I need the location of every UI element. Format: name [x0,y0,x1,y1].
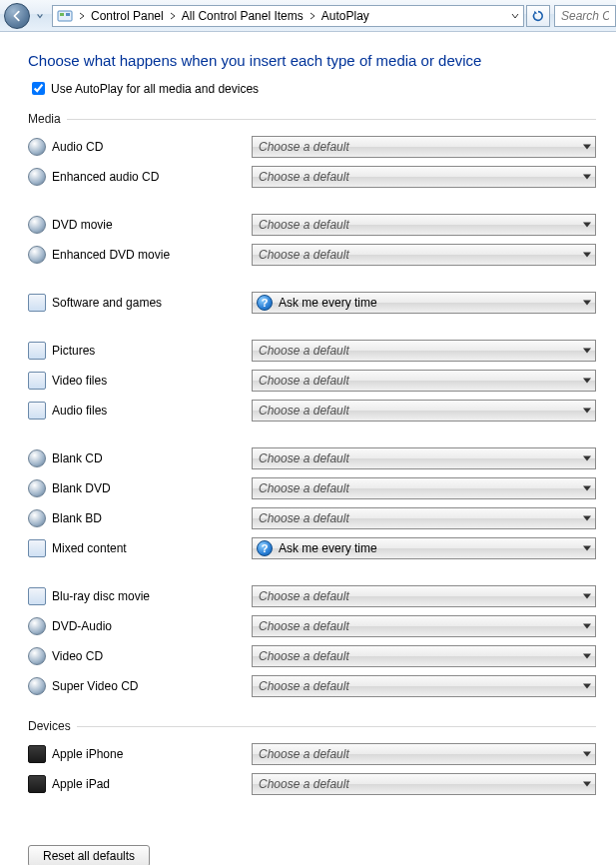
chevron-right-icon[interactable] [308,12,317,20]
dropdown-value: Choose a default [259,404,349,418]
media-group: Audio CDChoose a defaultEnhanced audio C… [28,132,596,192]
action-dropdown[interactable]: Choose a default [252,675,596,697]
back-button[interactable] [4,3,30,29]
reset-defaults-button[interactable]: Reset all defaults [28,845,150,865]
control-panel-icon [57,8,73,24]
media-row: Blank DVDChoose a default [28,473,596,503]
media-label: Video CD [52,649,252,663]
media-label: Video files [52,374,252,388]
action-dropdown[interactable]: ?Ask me every time [252,537,596,559]
breadcrumb-control-panel[interactable]: Control Panel [87,6,168,26]
navigation-bar: Control Panel All Control Panel Items Au… [0,0,616,32]
breadcrumb-autoplay[interactable]: AutoPlay [317,6,373,26]
media-label: Blank BD [52,511,252,525]
media-row: Enhanced audio CDChoose a default [28,162,596,192]
square-icon [28,402,46,420]
dropdown-value: Choose a default [259,344,349,358]
media-row: Blank CDChoose a default [28,443,596,473]
media-label: Pictures [52,344,252,358]
action-dropdown[interactable]: Choose a default [252,447,596,469]
action-dropdown[interactable]: Choose a default [252,400,596,422]
media-group: Apple iPhoneChoose a defaultApple iPadCh… [28,739,596,799]
use-autoplay-label: Use AutoPlay for all media and devices [51,82,259,96]
device-icon [28,745,46,763]
media-row: Software and games?Ask me every time [28,288,596,318]
square-icon [28,372,46,390]
action-dropdown[interactable]: Choose a default [252,615,596,637]
media-row: Audio filesChoose a default [28,396,596,426]
disc-icon [28,449,46,467]
media-label: Blu-ray disc movie [52,589,252,603]
use-autoplay-checkbox[interactable] [32,82,45,95]
disc-icon [28,216,46,234]
chevron-down-icon [511,13,519,19]
dropdown-value: Choose a default [259,747,349,761]
action-dropdown[interactable]: Choose a default [252,166,596,188]
action-dropdown[interactable]: Choose a default [252,370,596,392]
dropdown-value: Choose a default [259,649,349,663]
media-label: Enhanced DVD movie [52,248,252,262]
section-title: Devices [28,719,71,733]
media-label: Enhanced audio CD [52,170,252,184]
dropdown-value: Choose a default [259,170,349,184]
svg-rect-1 [60,13,64,16]
action-dropdown[interactable]: Choose a default [252,585,596,607]
action-dropdown[interactable]: Choose a default [252,477,596,499]
divider [67,119,596,120]
action-dropdown[interactable]: Choose a default [252,743,596,765]
square-icon [28,539,46,557]
chevron-down-icon [583,349,591,354]
chevron-right-icon[interactable] [168,12,178,20]
media-group: Blank CDChoose a defaultBlank DVDChoose … [28,443,596,563]
chevron-down-icon [583,546,591,551]
dropdown-value: Choose a default [259,374,349,388]
square-icon [28,587,46,605]
search-box[interactable] [554,5,616,27]
dropdown-value: Choose a default [259,777,349,791]
media-label: Mixed content [52,541,252,555]
chevron-down-icon [583,175,591,180]
action-dropdown[interactable]: Choose a default [252,136,596,158]
media-row: Apple iPadChoose a default [28,769,596,799]
chevron-right-icon[interactable] [77,12,87,20]
chevron-down-icon [583,456,591,461]
dropdown-value: Choose a default [259,481,349,495]
square-icon [28,342,46,360]
action-dropdown[interactable]: Choose a default [252,340,596,362]
chevron-down-icon [583,624,591,629]
media-row: DVD movieChoose a default [28,210,596,240]
action-dropdown[interactable]: Choose a default [252,645,596,667]
media-group: Blu-ray disc movieChoose a defaultDVD-Au… [28,581,596,701]
media-label: Apple iPhone [52,747,252,761]
dropdown-value: Choose a default [259,511,349,525]
action-dropdown[interactable]: Choose a default [252,244,596,266]
dropdown-value: Choose a default [259,619,349,633]
search-input[interactable] [559,8,611,24]
chevron-down-icon [583,752,591,757]
forward-button[interactable] [32,6,48,26]
chevron-down-icon [583,379,591,384]
breadcrumb-dropdown[interactable] [507,13,523,19]
page-title: Choose what happens when you insert each… [28,52,596,69]
breadcrumb[interactable]: Control Panel All Control Panel Items Au… [52,5,524,27]
action-dropdown[interactable]: ?Ask me every time [252,292,596,314]
refresh-icon [531,9,545,23]
refresh-button[interactable] [526,5,550,27]
chevron-down-icon [36,9,44,23]
media-label: Super Video CD [52,679,252,693]
content-area: Choose what happens when you insert each… [0,32,616,865]
divider [77,726,596,727]
action-dropdown[interactable]: Choose a default [252,507,596,529]
media-row: Video CDChoose a default [28,641,596,671]
chevron-down-icon [583,684,591,689]
chevron-down-icon [583,516,591,521]
chevron-down-icon [583,301,591,306]
chevron-down-icon [583,594,591,599]
device-icon [28,775,46,793]
action-dropdown[interactable]: Choose a default [252,214,596,236]
action-dropdown[interactable]: Choose a default [252,773,596,795]
media-row: Apple iPhoneChoose a default [28,739,596,769]
breadcrumb-all-items[interactable]: All Control Panel Items [178,6,308,26]
disc-icon [28,246,46,264]
media-label: Audio files [52,404,252,418]
